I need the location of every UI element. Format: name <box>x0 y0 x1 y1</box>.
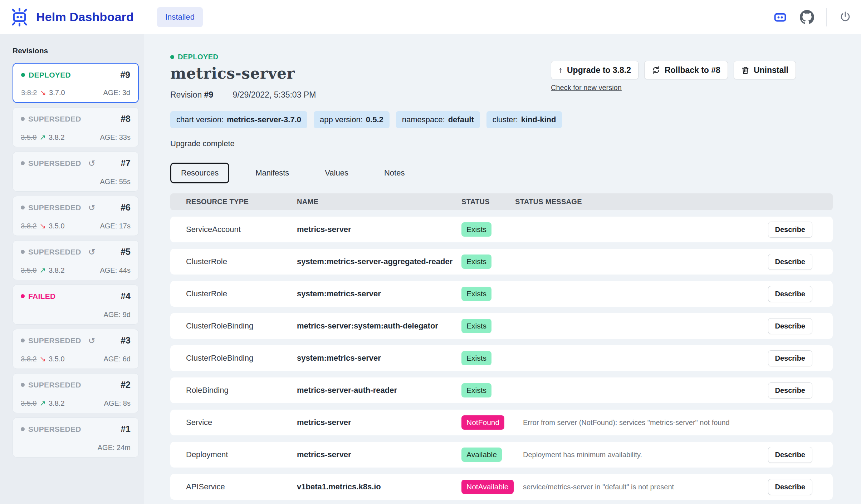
revision-status: SUPERSEDED <box>28 425 81 434</box>
trash-icon <box>741 66 749 74</box>
check-new-version-link[interactable]: Check for new version <box>551 84 622 92</box>
github-icon[interactable] <box>800 10 814 24</box>
status-badge: NotFound <box>461 415 504 430</box>
uninstall-button[interactable]: Uninstall <box>734 61 796 79</box>
api-robot-icon[interactable] <box>773 10 788 25</box>
revisions-title: Revisions <box>13 46 138 55</box>
tab-bar: Resources Manifests Values Notes <box>170 163 833 183</box>
revision-card-2[interactable]: SUPERSEDED #2 3.5.0 ↗ 3.8.2 AGE: 8s <box>13 373 139 413</box>
revision-age: AGE: 9d <box>103 311 131 319</box>
describe-button[interactable]: Describe <box>768 222 813 238</box>
revision-status: FAILED <box>28 292 55 301</box>
describe-button[interactable]: Describe <box>768 350 813 366</box>
status-badge: Exists <box>461 222 491 237</box>
rollback-history-icon: ↺ <box>88 247 96 257</box>
revision-status: SUPERSEDED <box>28 381 81 389</box>
revision-status: SUPERSEDED <box>28 159 81 168</box>
revision-card-8[interactable]: SUPERSEDED #8 3.5.0 ↗ 3.8.2 AGE: 33s <box>13 107 139 147</box>
describe-button[interactable]: Describe <box>768 254 813 270</box>
table-header: RESOURCE TYPE NAME STATUS STATUS MESSAGE <box>170 193 833 210</box>
col-status: STATUS <box>461 198 515 206</box>
version-old: 3.8.2 <box>21 222 36 230</box>
upgrade-button[interactable]: ↑ Upgrade to 3.8.2 <box>551 61 639 79</box>
helm-dashboard-logo-icon <box>9 7 30 27</box>
revision-age: AGE: 44s <box>100 266 131 275</box>
describe-button[interactable]: Describe <box>768 479 813 495</box>
revision-status: SUPERSEDED <box>28 203 81 212</box>
table-row: ServiceAccount metrics-server Exists Des… <box>170 217 833 242</box>
version-new: 3.8.2 <box>49 133 64 142</box>
describe-button[interactable]: Describe <box>768 382 813 399</box>
revision-number: #4 <box>121 291 131 301</box>
col-name: NAME <box>297 198 461 206</box>
describe-button[interactable]: Describe <box>768 286 813 302</box>
release-actions: ↑ Upgrade to 3.8.2 Rollback to #8 <box>551 61 796 92</box>
table-row: Service metrics-server NotFound Error fr… <box>170 410 833 435</box>
chart-version-badge: chart version:metrics-server-3.7.0 <box>170 111 307 128</box>
rollback-history-icon: ↺ <box>88 203 96 213</box>
table-row: ClusterRole system:metrics-server Exists… <box>170 281 833 307</box>
release-description: Upgrade complete <box>170 139 833 148</box>
revision-card-6[interactable]: SUPERSEDED↺ #6 3.8.2 ↘ 3.5.0 AGE: 17s <box>13 196 139 236</box>
rollback-button[interactable]: Rollback to #8 <box>644 61 728 79</box>
revision-card-7[interactable]: SUPERSEDED↺ #7 AGE: 55s <box>13 152 139 192</box>
revision-number: #5 <box>121 247 131 257</box>
revision-number: #7 <box>121 158 131 168</box>
revision-line: Revision #9 9/29/2022, 5:35:03 PM <box>170 90 316 100</box>
table-row: ClusterRoleBinding metrics-server:system… <box>170 313 833 339</box>
status-badge: Exists <box>461 255 491 269</box>
status-dot <box>21 73 25 77</box>
header-divider <box>146 7 146 28</box>
tab-resources[interactable]: Resources <box>170 163 229 183</box>
status-dot <box>21 294 25 298</box>
col-resource-type: RESOURCE TYPE <box>186 198 297 206</box>
version-new: 3.5.0 <box>49 222 64 230</box>
version-down-arrow-icon: ↘ <box>40 88 46 97</box>
revision-number: #1 <box>121 424 131 434</box>
revision-age: AGE: 17s <box>100 222 131 230</box>
page-title: metrics-server <box>170 65 316 82</box>
describe-button[interactable]: Describe <box>768 318 813 334</box>
status-dot <box>21 427 25 431</box>
status-dot <box>170 55 174 59</box>
power-icon[interactable] <box>839 11 852 24</box>
version-old: 3.5.0 <box>21 266 36 275</box>
status-dot <box>21 250 25 254</box>
revision-card-4[interactable]: FAILED #4 AGE: 9d <box>13 285 139 325</box>
revision-card-1[interactable]: SUPERSEDED #1 AGE: 24m <box>13 417 139 458</box>
helm-dashboard-app: Helm Dashboard Installed <box>0 0 861 504</box>
nav-tab-installed[interactable]: Installed <box>157 7 203 27</box>
revision-card-5[interactable]: SUPERSEDED↺ #5 3.5.0 ↗ 3.8.2 AGE: 44s <box>13 240 139 280</box>
describe-button[interactable]: Describe <box>768 447 813 463</box>
revision-number: #9 <box>120 70 130 80</box>
version-up-arrow-icon: ↗ <box>39 266 46 275</box>
version-new: 3.8.2 <box>49 399 64 407</box>
table-row: ClusterRole system:metrics-server-aggreg… <box>170 249 833 275</box>
revision-card-3[interactable]: SUPERSEDED↺ #3 3.8.2 ↘ 3.5.0 AGE: 6d <box>13 329 139 369</box>
brand: Helm Dashboard <box>9 7 134 27</box>
revision-age: AGE: 6d <box>103 355 131 363</box>
resources-table: RESOURCE TYPE NAME STATUS STATUS MESSAGE… <box>170 193 833 500</box>
tab-values[interactable]: Values <box>315 164 358 182</box>
revision-status: SUPERSEDED <box>28 115 81 123</box>
status-badge: Exists <box>461 287 491 301</box>
revision-card-9[interactable]: DEPLOYED #9 3.8.2 ↘ 3.7.0 AGE: 3d <box>13 63 139 103</box>
top-header: Helm Dashboard Installed <box>0 0 861 34</box>
rollback-icon <box>652 66 660 74</box>
namespace-badge: namespace:default <box>396 111 480 128</box>
table-row: APIService v1beta1.metrics.k8s.io NotAva… <box>170 474 833 500</box>
version-down-arrow-icon: ↘ <box>39 355 46 363</box>
status-dot <box>21 339 25 342</box>
revision-number: #9 <box>204 90 214 99</box>
rollback-history-icon: ↺ <box>88 336 96 346</box>
release-date: 9/29/2022, 5:35:03 PM <box>233 90 316 99</box>
status-dot <box>21 117 25 121</box>
version-up-arrow-icon: ↗ <box>39 133 46 142</box>
status-dot <box>21 161 25 165</box>
tab-notes[interactable]: Notes <box>375 164 414 182</box>
status-dot <box>21 206 25 209</box>
tab-manifests[interactable]: Manifests <box>246 164 299 182</box>
cluster-badge: cluster:kind-kind <box>486 111 562 128</box>
revision-status: SUPERSEDED <box>28 336 81 345</box>
version-old: 3.5.0 <box>21 399 36 407</box>
